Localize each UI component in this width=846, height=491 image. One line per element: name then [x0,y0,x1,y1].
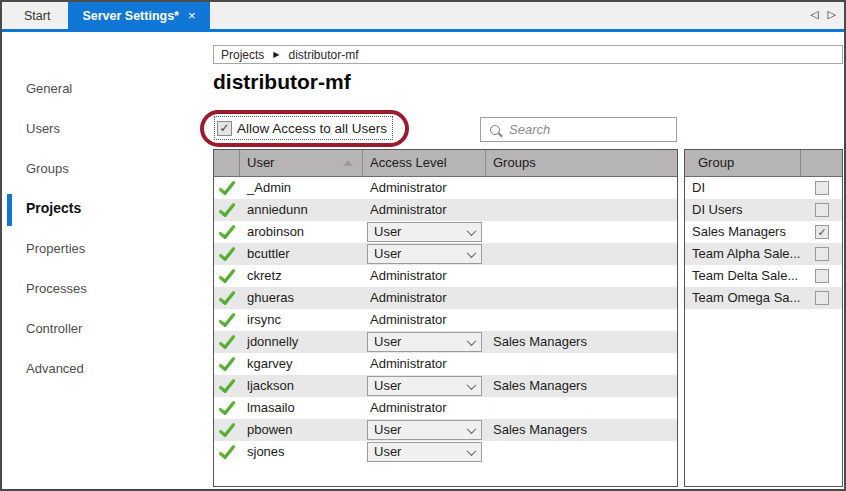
enabled-check-icon [214,441,240,463]
sidebar-item-advanced[interactable]: Advanced [26,360,84,378]
group-checkbox-checked[interactable]: ✓ [815,225,829,239]
sidebar-item-properties[interactable]: Properties [26,240,85,258]
table-row-user[interactable]: pbowen User Sales Managers [214,419,677,441]
access-level-value: User [368,421,461,439]
group-checkbox[interactable] [815,181,829,195]
user-groups [486,243,677,265]
page-title: distributor-mf [213,70,351,94]
groups-table-body: DI DI Users Sales Managers ✓ Team Alpha … [685,177,842,309]
table-row-user[interactable]: arobinson User [214,221,677,243]
table-row-user[interactable]: sjones User [214,441,677,463]
access-level-value: User [368,443,461,461]
allow-access-checkbox[interactable]: ✓ Allow Access to all Users [214,116,393,140]
sidebar-item-general[interactable]: General [26,80,72,98]
access-level-dropdown[interactable]: User [367,376,482,396]
table-row-group[interactable]: DI Users [685,199,842,221]
sidebar-item-projects[interactable]: Projects [26,199,81,217]
user-name: irsync [240,309,363,331]
user-name: ljackson [240,375,363,397]
groups-table-header: Group [685,150,842,177]
user-name: ckretz [240,265,363,287]
enabled-check-icon [214,331,240,353]
group-checkbox[interactable] [815,291,829,305]
chevron-down-icon[interactable] [461,223,481,241]
scroll-right-icon[interactable]: ▷ [828,8,836,20]
table-row-group[interactable]: Team Omega Sa... [685,287,842,309]
table-row-group[interactable]: Team Alpha Sale... [685,243,842,265]
enabled-check-icon [214,221,240,243]
column-header-group[interactable]: Group [685,150,801,176]
access-level-value: Administrator [363,177,486,199]
table-row-user[interactable]: anniedunn Administrator [214,199,677,221]
search-box[interactable] [480,117,677,142]
user-name: sjones [240,441,363,463]
table-row-user[interactable]: bcuttler User [214,243,677,265]
enabled-check-icon [214,397,240,419]
breadcrumb-projects[interactable]: Projects [221,48,264,62]
chevron-down-icon[interactable] [461,443,481,461]
column-header-status[interactable] [214,150,240,176]
table-row-user[interactable]: _Admin Administrator [214,177,677,199]
table-row-user[interactable]: ckretz Administrator [214,265,677,287]
chevron-down-icon[interactable] [461,333,481,351]
access-level-dropdown[interactable]: User [367,244,482,264]
table-row-user[interactable]: kgarvey Administrator [214,353,677,375]
user-name: anniedunn [240,199,363,221]
active-tab-accent-strip [2,29,844,32]
column-header-user[interactable]: User [240,150,363,176]
table-row-user[interactable]: ljackson User Sales Managers [214,375,677,397]
enabled-check-icon [214,353,240,375]
table-row-group[interactable]: Team Delta Sale... [685,265,842,287]
search-input[interactable] [507,121,661,138]
group-name: DI Users [685,199,801,221]
sidebar-item-groups[interactable]: Groups [26,160,69,178]
user-name: ghueras [240,287,363,309]
user-groups: Sales Managers [486,419,677,441]
breadcrumb-current[interactable]: distributor-mf [289,48,359,62]
access-level-dropdown[interactable]: User [367,332,482,352]
table-row-group[interactable]: DI [685,177,842,199]
column-header-groups[interactable]: Groups [486,150,677,176]
group-checkbox[interactable] [815,203,829,217]
scroll-left-icon[interactable]: ◁ [810,8,818,20]
table-row-user[interactable]: ghueras Administrator [214,287,677,309]
table-row-user[interactable]: lmasailo Administrator [214,397,677,419]
user-name: _Admin [240,177,363,199]
tab-start[interactable]: Start [10,2,64,29]
access-level-dropdown[interactable]: User [367,222,482,242]
access-level-value: User [368,333,461,351]
close-icon[interactable]: × [188,9,196,22]
sidebar-item-processes[interactable]: Processes [26,280,87,298]
access-level-value: Administrator [363,309,486,331]
user-name: arobinson [240,221,363,243]
column-header-group-member[interactable] [801,150,842,176]
user-groups [486,221,677,243]
access-level-dropdown[interactable]: User [367,442,482,462]
access-level-value: Administrator [363,353,486,375]
table-row-user[interactable]: irsync Administrator [214,309,677,331]
user-groups [486,265,677,287]
group-name: DI [685,177,801,199]
enabled-check-icon [214,265,240,287]
table-row-group[interactable]: Sales Managers ✓ [685,221,842,243]
group-checkbox[interactable] [815,247,829,261]
enabled-check-icon [214,177,240,199]
sidebar-active-indicator [7,194,12,226]
access-level-dropdown[interactable]: User [367,420,482,440]
chevron-down-icon[interactable] [461,245,481,263]
sidebar-item-users[interactable]: Users [26,120,60,138]
user-name: kgarvey [240,353,363,375]
tab-server-settings[interactable]: Server Settings* × [68,2,209,29]
enabled-check-icon [214,309,240,331]
chevron-down-icon[interactable] [461,377,481,395]
checkbox-checked-icon[interactable]: ✓ [217,121,232,136]
tab-start-label: Start [24,9,50,23]
column-header-access-level[interactable]: Access Level [363,150,486,176]
sidebar-item-controller[interactable]: Controller [26,320,82,338]
group-checkbox[interactable] [815,269,829,283]
chevron-down-icon[interactable] [461,421,481,439]
user-name: pbowen [240,419,363,441]
user-groups: Sales Managers [486,331,677,353]
table-row-user[interactable]: jdonnelly User Sales Managers [214,331,677,353]
group-name: Sales Managers [685,221,801,243]
